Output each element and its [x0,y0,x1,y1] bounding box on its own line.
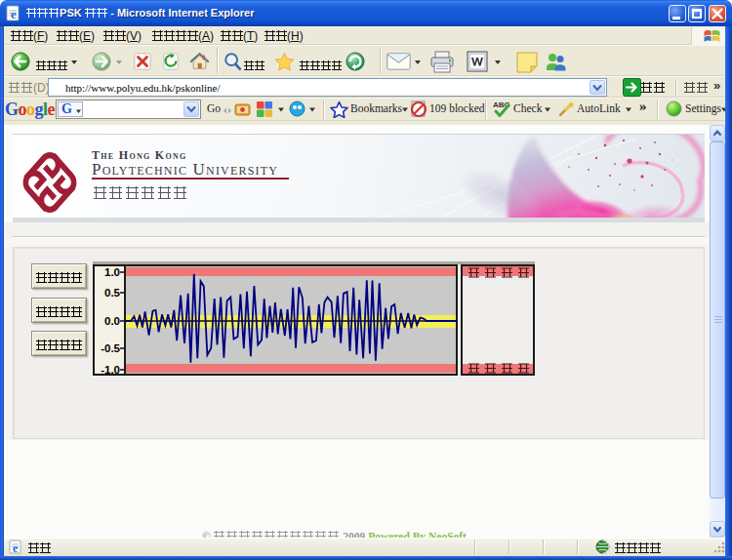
svg-text:-0.5: -0.5 [101,342,120,354]
svg-text:0.0: 0.0 [104,315,120,327]
svg-text:e: e [11,7,17,21]
svg-text:1.0: 1.0 [104,266,120,278]
svg-text:e: e [13,541,19,555]
svg-text:-1.0: -1.0 [101,364,120,376]
svg-text:0.5: 0.5 [104,287,121,299]
